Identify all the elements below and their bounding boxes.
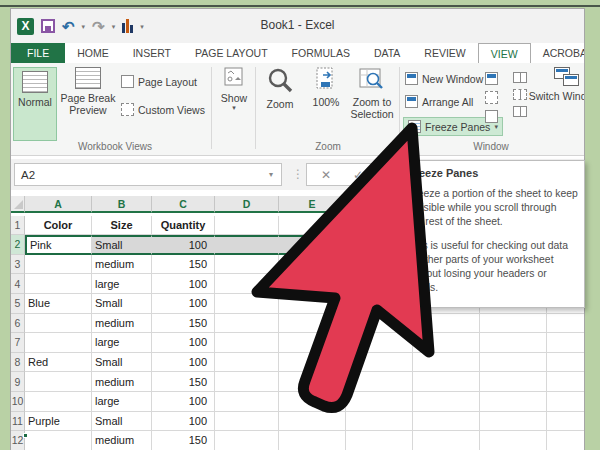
column-header-E[interactable]: E — [279, 196, 346, 213]
cell[interactable] — [215, 372, 279, 392]
cell[interactable] — [346, 314, 413, 334]
cell[interactable] — [480, 372, 547, 392]
cell[interactable]: medium — [92, 314, 152, 334]
cell[interactable] — [413, 392, 480, 412]
select-all-corner[interactable] — [11, 196, 25, 213]
cell[interactable] — [215, 353, 279, 373]
cell[interactable] — [215, 235, 279, 255]
cell[interactable] — [480, 392, 547, 412]
tab-insert[interactable]: INSERT — [121, 43, 183, 63]
cell[interactable]: 100 — [152, 392, 215, 412]
cell[interactable] — [25, 392, 92, 412]
row-header-8[interactable]: 8 — [11, 353, 25, 373]
cell[interactable]: 100 — [152, 235, 215, 255]
cell[interactable] — [413, 353, 480, 373]
cell[interactable] — [547, 353, 585, 373]
tab-acrobat[interactable]: ACROBAT — [531, 43, 585, 63]
cell[interactable] — [279, 372, 346, 392]
cell[interactable]: Small — [92, 294, 152, 314]
cell[interactable] — [480, 353, 547, 373]
cell[interactable]: 150 — [152, 255, 215, 275]
tab-formulas[interactable]: FORMULAS — [280, 43, 362, 63]
name-box-caret-icon[interactable]: ▾ — [269, 170, 273, 179]
name-box[interactable]: A2 ▾ — [14, 163, 282, 186]
zoom-100-button[interactable]: 100% — [305, 67, 347, 108]
cell[interactable] — [346, 353, 413, 373]
cell[interactable] — [547, 392, 585, 412]
row-header-7[interactable]: 7 — [11, 333, 25, 353]
cell[interactable]: large — [92, 274, 152, 294]
view-side-by-side-icon[interactable] — [513, 72, 527, 83]
cell[interactable]: large — [92, 392, 152, 412]
zoom-to-selection-button[interactable]: Zoom to Selection — [349, 67, 395, 120]
cell[interactable] — [346, 412, 413, 432]
column-header-D[interactable]: D — [215, 196, 279, 213]
cell[interactable] — [25, 255, 92, 275]
cell[interactable] — [547, 333, 585, 353]
fill-handle[interactable] — [23, 433, 28, 438]
cell[interactable] — [547, 431, 585, 450]
switch-windows-button[interactable]: Switch Windows — [541, 67, 585, 102]
cell[interactable] — [413, 412, 480, 432]
tab-view[interactable]: VIEW — [478, 43, 531, 63]
tab-review[interactable]: REVIEW — [412, 43, 477, 63]
cell[interactable] — [215, 333, 279, 353]
column-header-A[interactable]: A — [25, 196, 92, 213]
column-header-C[interactable]: C — [152, 196, 215, 213]
cell[interactable] — [215, 274, 279, 294]
show-button[interactable]: Show ▾ — [215, 67, 253, 112]
cell[interactable] — [215, 314, 279, 334]
cell[interactable] — [279, 333, 346, 353]
column-header-B[interactable]: B — [92, 196, 152, 213]
cell[interactable] — [215, 216, 279, 236]
custom-views-button[interactable]: Custom Views — [121, 103, 205, 116]
tab-file[interactable]: FILE — [11, 43, 65, 63]
cell[interactable]: Small — [92, 235, 152, 255]
cell[interactable]: Red — [25, 353, 92, 373]
cell[interactable]: Size — [92, 216, 152, 236]
cell[interactable] — [413, 314, 480, 334]
row-header-6[interactable]: 6 — [11, 314, 25, 334]
cancel-icon[interactable]: ✕ — [321, 168, 331, 182]
cell[interactable]: 100 — [152, 412, 215, 432]
cell[interactable]: Small — [92, 412, 152, 432]
cell[interactable]: 150 — [152, 431, 215, 450]
cell[interactable]: Small — [92, 353, 152, 373]
cell[interactable] — [25, 372, 92, 392]
cell[interactable]: 150 — [152, 314, 215, 334]
cell[interactable]: Blue — [25, 294, 92, 314]
cell[interactable] — [547, 314, 585, 334]
tab-data[interactable]: DATA — [362, 43, 412, 63]
cell[interactable] — [25, 314, 92, 334]
cell[interactable] — [215, 294, 279, 314]
cell[interactable] — [279, 392, 346, 412]
cell[interactable] — [25, 333, 92, 353]
row-header-2[interactable]: 2 — [11, 235, 25, 255]
cell[interactable]: Color — [25, 216, 92, 236]
row-header-11[interactable]: 11 — [11, 412, 25, 432]
cell[interactable] — [346, 372, 413, 392]
cell[interactable] — [215, 412, 279, 432]
cell[interactable] — [279, 294, 346, 314]
cell[interactable] — [279, 353, 346, 373]
cell[interactable]: medium — [92, 255, 152, 275]
cell[interactable]: medium — [92, 431, 152, 450]
cell[interactable]: large — [92, 333, 152, 353]
cell[interactable] — [480, 314, 547, 334]
cell[interactable]: 100 — [152, 333, 215, 353]
cell[interactable] — [279, 255, 346, 275]
reset-window-position-icon[interactable] — [513, 106, 527, 117]
cell[interactable]: 100 — [152, 274, 215, 294]
cell[interactable]: Quantity — [152, 216, 215, 236]
cell[interactable]: medium — [92, 372, 152, 392]
cell[interactable]: 100 — [152, 353, 215, 373]
normal-view-button[interactable]: Normal — [13, 67, 57, 141]
cell[interactable]: Pink — [25, 235, 92, 255]
arrange-all-button[interactable]: Arrange All — [405, 95, 473, 108]
zoom-button[interactable]: Zoom — [259, 67, 301, 110]
cell[interactable] — [25, 274, 92, 294]
row-header-10[interactable]: 10 — [11, 392, 25, 412]
cell[interactable] — [279, 412, 346, 432]
cell[interactable] — [279, 314, 346, 334]
cell[interactable] — [25, 431, 92, 450]
